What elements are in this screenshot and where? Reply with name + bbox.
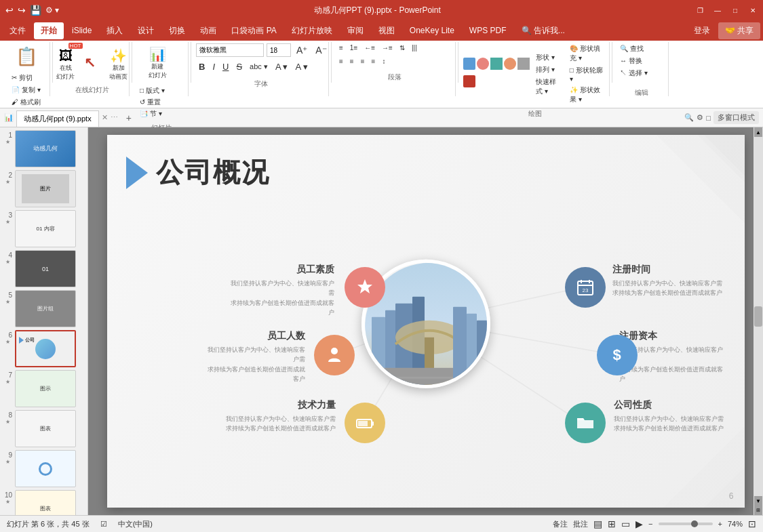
align-center-btn[interactable]: ≡ (347, 57, 357, 66)
redo-btn[interactable]: ↪ (18, 5, 26, 16)
slide-img-4[interactable]: 01 (15, 250, 76, 287)
align-left-btn[interactable]: ≡ (336, 57, 346, 66)
slide-canvas[interactable]: 公司概况 (107, 135, 745, 508)
view-grid-btn[interactable]: ⊞ (608, 518, 616, 529)
maximize-btn[interactable]: □ (730, 5, 740, 15)
view-reader-btn[interactable]: ▭ (621, 518, 630, 529)
italic-btn[interactable]: I (210, 61, 218, 73)
slide-thumb-10[interactable]: 10 ★ 图表 (3, 490, 85, 515)
menu-onekey[interactable]: OneKey Lite (403, 23, 461, 38)
slide-thumb-5[interactable]: 5 ★ 图片组 (3, 290, 85, 327)
close-tab-btn[interactable]: ✕ (102, 113, 108, 122)
zoom-in-btn[interactable]: + (718, 520, 722, 528)
slide-thumb-8[interactable]: 8 ★ 图表 (3, 410, 85, 447)
scroll-thumb[interactable] (754, 306, 762, 327)
right-scrollbar[interactable]: ▲ ▼ ⊞ (754, 127, 763, 515)
zoom-out-btn[interactable]: − (648, 520, 652, 528)
menu-transition[interactable]: 切换 (162, 22, 192, 39)
slide-thumb-3[interactable]: 3 ★ 01 内容 (3, 210, 85, 247)
slide-thumb-4[interactable]: 4 ★ 01 (3, 250, 85, 287)
menu-insert[interactable]: 插入 (100, 22, 130, 39)
font-name-input[interactable]: 微软雅黑 (196, 43, 264, 57)
font-color-A[interactable]: A ▾ (273, 61, 291, 73)
add-anim-page-btn[interactable]: ✨ 新加动画页 (103, 43, 134, 81)
menu-slideshow[interactable]: 幻灯片放映 (285, 22, 339, 39)
shape-circle[interactable] (477, 58, 489, 70)
section-btn[interactable]: 📑 节 ▾ (137, 108, 185, 119)
save-btn[interactable]: 💾 (30, 5, 41, 16)
menu-share[interactable]: 🤝 共享 (718, 22, 760, 39)
menu-login[interactable]: 登录 (687, 22, 717, 39)
find-btn[interactable]: 🔍 查找 (617, 43, 650, 54)
quick-style-btn[interactable]: 快速样式 ▾ (533, 77, 564, 97)
shape-arrow[interactable] (463, 75, 475, 87)
cols-btn[interactable]: ||| (409, 43, 420, 52)
slide-thumb-6[interactable]: 6 ★ 公司 (3, 330, 85, 367)
menu-file[interactable]: 文件 (3, 22, 33, 39)
shape-fill-btn[interactable]: 🎨 形状填充 ▾ (567, 43, 606, 64)
menu-animation[interactable]: 动画 (193, 22, 223, 39)
shape-btn[interactable]: 形状 ▾ (533, 52, 564, 63)
slide-img-10[interactable]: 图表 (15, 490, 76, 515)
slide-thumb-1[interactable]: 1 ★ 动感几何 (3, 130, 85, 167)
copy-btn[interactable]: 📄 复制 ▾ (9, 85, 43, 96)
select-btn[interactable]: ↖ 选择 ▾ (617, 68, 650, 79)
underline-btn[interactable]: U (220, 61, 231, 73)
notes-btn[interactable]: 备注 (553, 519, 568, 529)
slide-img-6[interactable]: 公司 (15, 330, 76, 367)
shapes-gallery[interactable] (463, 58, 530, 91)
undo-btn[interactable]: ↩ (5, 5, 14, 16)
align-right-btn[interactable]: ≡ (358, 57, 368, 66)
strikethrough-btn[interactable]: S (233, 61, 245, 73)
shape-triangle[interactable] (490, 58, 503, 70)
fit-slide-btn[interactable]: ⊞ (754, 506, 762, 515)
arrange-btn[interactable]: 排列 ▾ (533, 64, 564, 75)
menu-pocket-anim[interactable]: 口袋动画 PA (224, 22, 283, 39)
scroll-down-btn[interactable]: ▼ (754, 496, 762, 506)
slide-img-5[interactable]: 图片组 (15, 290, 76, 327)
slide-img-8[interactable]: 图表 (15, 410, 76, 447)
replace-btn[interactable]: ↔ 替换 (617, 56, 650, 66)
text-dir-btn[interactable]: ⇅ (397, 43, 408, 52)
shape-outline-btn[interactable]: □ 形状轮廓 ▾ (567, 65, 606, 83)
font-size-up[interactable]: A⁺ (294, 44, 310, 56)
restore-btn[interactable]: ❐ (695, 5, 705, 15)
comments-btn[interactable]: 批注 (573, 519, 588, 529)
shape-rounded[interactable] (504, 58, 516, 70)
list-bullet-btn[interactable]: ≡ (336, 43, 346, 52)
font-size-down[interactable]: A⁻ (313, 44, 329, 56)
menu-review[interactable]: 审阅 (340, 22, 370, 39)
paste-btn[interactable]: 📋 (9, 43, 43, 70)
slide-img-9[interactable] (15, 450, 76, 487)
indent-more-btn[interactable]: →≡ (379, 43, 395, 52)
fit-page-btn[interactable]: ⊡ (748, 518, 756, 529)
minimize-btn[interactable]: — (713, 5, 722, 15)
close-btn[interactable]: ✕ (748, 5, 758, 15)
customize-btn[interactable]: ⚙ ▾ (45, 5, 59, 15)
slide-img-2[interactable]: 图片 (15, 170, 76, 207)
menu-design[interactable]: 设计 (131, 22, 161, 39)
new-tab-btn[interactable]: + (121, 110, 137, 126)
reset-btn[interactable]: ↺ 重置 (137, 97, 185, 108)
slide-thumb-9[interactable]: 9 ★ (3, 450, 85, 487)
font-size-input[interactable]: 18 (267, 43, 291, 57)
window-icon[interactable]: □ (706, 114, 711, 122)
layout-btn[interactable]: □ 版式 ▾ (137, 85, 185, 96)
menu-islide[interactable]: iSlide (65, 23, 98, 38)
menu-home[interactable]: 开始 (34, 22, 64, 39)
line-spacing-btn[interactable]: ↕ (379, 57, 388, 66)
slide-img-7[interactable]: 图示 (15, 370, 76, 407)
indent-less-btn[interactable]: ←≡ (361, 43, 378, 52)
search-icon[interactable]: 🔍 (684, 113, 694, 122)
bold-btn[interactable]: B (196, 61, 208, 73)
menu-view[interactable]: 视图 (372, 22, 402, 39)
tab-current[interactable]: 动感几何ppt (9).pptx (16, 110, 99, 127)
view-slideshow-btn[interactable]: ▶ (635, 518, 643, 529)
new-slide-btn[interactable]: 📊 新建幻灯片 (137, 43, 178, 83)
slide-img-3[interactable]: 01 内容 (15, 210, 76, 247)
zoom-slider[interactable] (659, 523, 713, 525)
slide-img-1[interactable]: 动感几何 (15, 130, 76, 167)
multi-window-btn[interactable]: 多窗口模式 (713, 111, 759, 124)
list-num-btn[interactable]: 1≡ (347, 43, 360, 52)
shape-rect[interactable] (463, 58, 475, 70)
